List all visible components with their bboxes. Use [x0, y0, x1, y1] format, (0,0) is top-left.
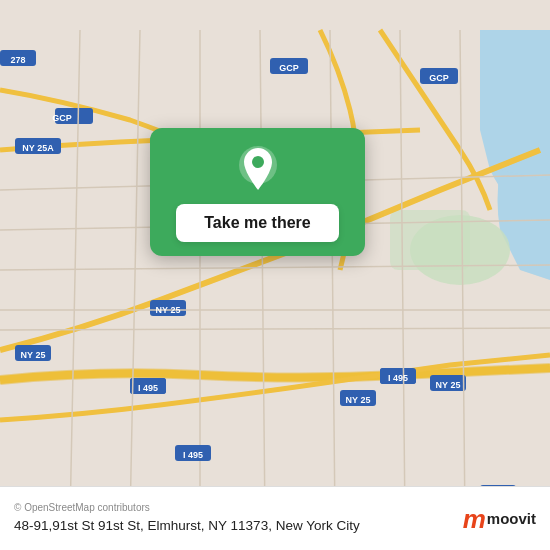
take-me-there-button[interactable]: Take me there [176, 204, 338, 242]
moovit-brand-text: moovit [487, 510, 536, 527]
svg-point-46 [252, 156, 264, 168]
svg-text:NY 25: NY 25 [436, 380, 461, 390]
location-card: Take me there [150, 128, 365, 256]
pin-icon-wrap [239, 146, 277, 196]
bottom-bar: © OpenStreetMap contributors 48-91,91st … [0, 486, 550, 550]
svg-text:NY 25: NY 25 [346, 395, 371, 405]
map-container: GCP GCP GCP NY 25A NY 25A NY 25 NY 25 NY… [0, 0, 550, 550]
svg-text:I 495: I 495 [183, 450, 203, 460]
map-attribution: © OpenStreetMap contributors [14, 502, 360, 513]
svg-text:GCP: GCP [52, 113, 72, 123]
svg-text:GCP: GCP [429, 73, 449, 83]
address-text: 48-91,91st St 91st St, Elmhurst, NY 1137… [14, 517, 360, 536]
svg-text:GCP: GCP [279, 63, 299, 73]
svg-text:NY 25A: NY 25A [22, 143, 54, 153]
bottom-info: © OpenStreetMap contributors 48-91,91st … [14, 502, 360, 536]
map-background: GCP GCP GCP NY 25A NY 25A NY 25 NY 25 NY… [0, 0, 550, 550]
svg-text:278: 278 [10, 55, 25, 65]
location-pin-icon [239, 146, 277, 192]
svg-text:NY 25: NY 25 [21, 350, 46, 360]
svg-text:NY 25: NY 25 [156, 305, 181, 315]
moovit-logo: m moovit [463, 506, 536, 532]
svg-text:I 495: I 495 [138, 383, 158, 393]
svg-text:I 495: I 495 [388, 373, 408, 383]
moovit-m-icon: m [463, 506, 486, 532]
